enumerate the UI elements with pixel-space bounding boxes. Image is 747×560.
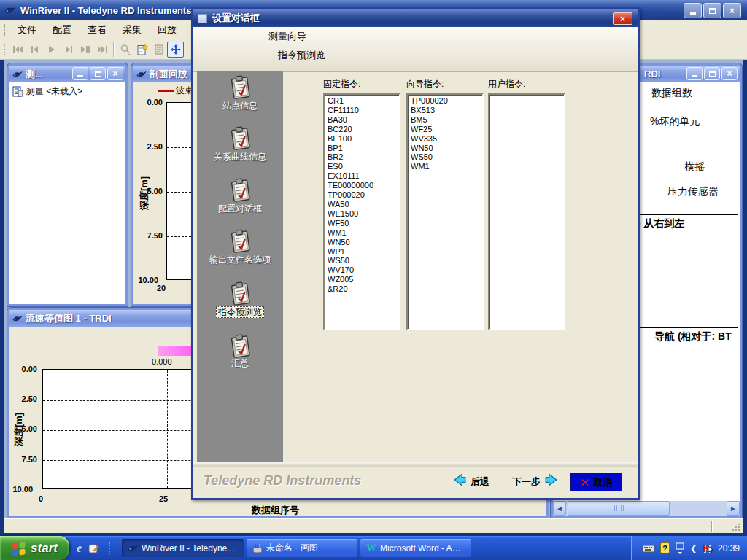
minimize-button[interactable] [72, 67, 88, 80]
command-item[interactable]: WE1500 [328, 209, 399, 219]
keyboard-tray-icon[interactable] [642, 543, 655, 553]
antivirus-tray-icon[interactable]: K [703, 542, 711, 554]
command-item[interactable]: &R20 [328, 284, 399, 294]
command-item[interactable]: WM1 [328, 228, 399, 238]
maximize-button[interactable] [703, 3, 721, 18]
back-button[interactable]: 后退 [471, 475, 489, 489]
close-button[interactable]: × [721, 67, 738, 80]
command-item[interactable]: BA30 [328, 115, 399, 125]
clipboard-icon [228, 281, 252, 306]
zoom-tool-icon[interactable] [117, 42, 133, 58]
cancel-button[interactable]: ✕ 取消 [570, 473, 622, 491]
command-item[interactable]: WN50 [328, 238, 399, 247]
menu-file[interactable]: 文件 [9, 20, 44, 39]
resize-grip-icon[interactable] [731, 522, 741, 532]
next-button[interactable]: 下一步 [512, 475, 541, 489]
command-item[interactable]: EX10111 [328, 171, 399, 181]
user-commands-listbox[interactable] [488, 93, 565, 330]
skip-last-icon[interactable] [93, 42, 110, 58]
command-item[interactable]: TP000020 [411, 96, 482, 106]
command-item[interactable]: WS50 [328, 256, 399, 265]
step-summary[interactable]: 汇总 [197, 357, 283, 370]
clipboard-icon [228, 126, 252, 151]
minimize-button[interactable] [686, 67, 703, 80]
fixed-commands-listbox[interactable]: CR1CF11110BA30BC220BE100BP1BR2ES0EX10111… [323, 93, 400, 330]
help-tray-icon[interactable]: ? [660, 542, 670, 553]
step-rating-info[interactable]: 关系曲线信息 [197, 151, 283, 163]
scroll-right-icon[interactable]: ► [727, 501, 740, 516]
command-item[interactable]: WS50 [411, 152, 482, 162]
command-item[interactable]: WZ005 [328, 275, 399, 284]
menu-config[interactable]: 配置 [44, 20, 80, 39]
step-output-filename-options[interactable]: 输出文件名选项 [197, 254, 283, 266]
command-item[interactable]: BE100 [328, 134, 399, 144]
minimize-button[interactable] [684, 3, 702, 18]
command-item[interactable]: WP1 [328, 247, 399, 257]
properties-icon[interactable] [133, 42, 150, 58]
step-back-icon[interactable] [26, 42, 43, 58]
command-item[interactable]: TE00000000 [328, 181, 399, 190]
menu-playback[interactable]: 回放 [150, 20, 185, 39]
task-paint[interactable]: 未命名 - 画图 [247, 539, 357, 557]
internet-explorer-icon[interactable]: e [77, 542, 82, 555]
menubar-grip[interactable] [4, 24, 6, 36]
play-icon[interactable] [43, 42, 60, 58]
toolbar-grip[interactable] [4, 44, 6, 55]
play-pause-icon[interactable] [77, 42, 93, 58]
dialog-close-button[interactable]: × [613, 12, 632, 25]
menu-view[interactable]: 查看 [80, 20, 115, 39]
command-item[interactable]: BR2 [328, 152, 399, 162]
command-item[interactable]: ES0 [328, 162, 399, 171]
skip-first-icon[interactable] [9, 42, 26, 58]
step-commands-preview[interactable]: 指令预浏览 [197, 306, 283, 319]
command-item[interactable]: WV170 [328, 265, 399, 275]
pan-icon[interactable] [167, 42, 184, 58]
display-tray-icon[interactable] [675, 542, 685, 554]
command-item[interactable]: BX513 [411, 106, 482, 115]
collapse-tray-icon[interactable]: ❮ [690, 543, 697, 553]
measurement-titlebar[interactable]: 测... × [9, 66, 125, 82]
footer-divider [193, 462, 638, 467]
horizontal-scrollbar[interactable]: ◄ ► [553, 501, 740, 516]
scrollbar-thumb[interactable] [568, 501, 670, 516]
menu-acquire[interactable]: 采集 [115, 20, 150, 39]
right-row-label: 数据组数 [651, 87, 692, 100]
close-button[interactable]: × [107, 67, 123, 80]
step-label: 关系曲线信息 [214, 152, 266, 162]
cancel-x-icon: ✕ [580, 477, 589, 488]
command-item[interactable]: WN50 [411, 144, 482, 153]
command-item[interactable]: TP000020 [328, 190, 399, 200]
step-configuration-dialog[interactable]: 配置对话框 [197, 203, 283, 215]
notes-icon[interactable] [150, 42, 167, 58]
command-item[interactable]: WM1 [411, 162, 482, 171]
command-item[interactable]: WF25 [411, 125, 482, 134]
step-forward-icon[interactable] [60, 42, 77, 58]
task-winriver[interactable]: WinRiver II - Teledyne... [122, 539, 244, 557]
step-site-info[interactable]: 站点信息 [197, 100, 283, 112]
command-item[interactable]: BP1 [328, 144, 399, 153]
start-label: start [31, 541, 58, 556]
command-item[interactable]: WF50 [328, 219, 399, 228]
command-item[interactable]: CF11110 [328, 106, 399, 115]
start-button[interactable]: start [0, 536, 69, 560]
back-arrow-icon[interactable] [452, 473, 467, 486]
dialog-footer: Teledyne RD Instruments 后退 下一步 ✕ 取消 [193, 467, 638, 498]
wizard-step-sidebar: 站点信息 关系曲线信息 配置对话框 输出文件名选项 指令预浏览 汇总 [197, 71, 283, 462]
next-arrow-icon[interactable] [544, 473, 559, 486]
maximize-button[interactable] [704, 67, 720, 80]
close-button[interactable]: × [723, 3, 741, 18]
command-item[interactable]: CR1 [328, 96, 399, 106]
command-item[interactable]: WA50 [328, 200, 399, 209]
show-desktop-icon[interactable] [88, 542, 99, 554]
profile-xtick: 20 [150, 284, 172, 292]
command-item[interactable]: WV335 [411, 134, 482, 144]
task-word[interactable]: W Microsoft Word - ADC... [360, 539, 471, 557]
dialog-titlebar[interactable]: 设置对话框 × [193, 9, 638, 27]
right-row-label: %坏的单元 [650, 115, 700, 128]
command-item[interactable]: BM5 [411, 115, 482, 125]
scroll-left-icon[interactable]: ◄ [553, 501, 566, 516]
wizard-commands-listbox[interactable]: TP000020BX513BM5WF25WV335WN50WS50WM1 [406, 93, 484, 330]
maximize-button[interactable] [90, 67, 106, 80]
command-item[interactable]: BC220 [328, 125, 399, 134]
measurement-tree-item[interactable]: 测量 <未载入> [9, 82, 125, 101]
